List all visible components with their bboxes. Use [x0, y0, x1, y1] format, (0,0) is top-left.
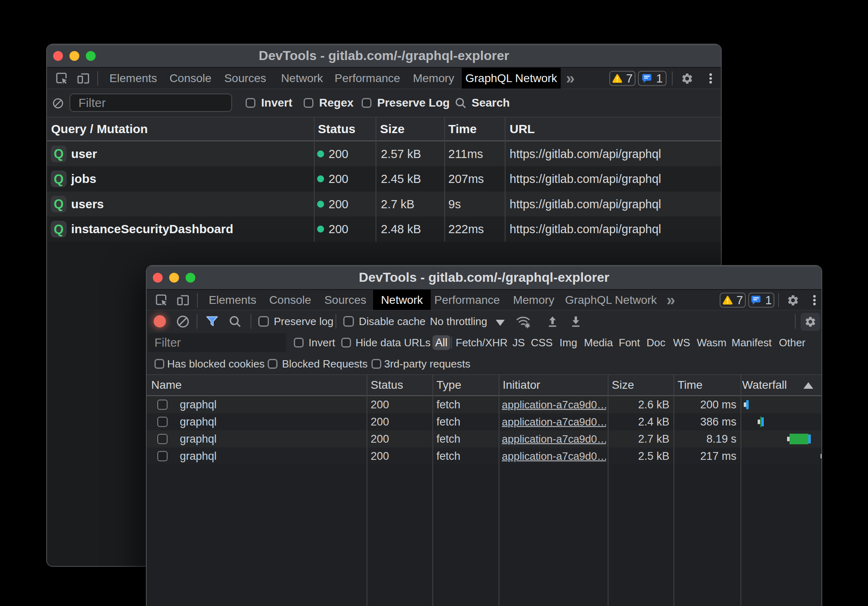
- tab-network[interactable]: Network: [373, 290, 431, 310]
- tab-performance[interactable]: Performance: [325, 68, 409, 89]
- titlebar[interactable]: DevTools - gitlab.com/-/graphql-explorer: [47, 45, 721, 67]
- row-checkbox[interactable]: [157, 417, 168, 427]
- filter-funnel-icon[interactable]: [205, 314, 219, 328]
- message-badge[interactable]: 1: [748, 292, 774, 307]
- invert-checkbox[interactable]: [294, 338, 304, 348]
- tab-performance[interactable]: Performance: [425, 290, 509, 310]
- col-size[interactable]: Size: [612, 379, 634, 392]
- col-query-mutation[interactable]: Query / Mutation: [51, 122, 148, 136]
- tab-elements[interactable]: Elements: [100, 68, 167, 89]
- search-label[interactable]: Search: [472, 96, 510, 109]
- tab-sources[interactable]: Sources: [215, 68, 276, 89]
- row-checkbox[interactable]: [157, 400, 168, 410]
- table-row[interactable]: Q instanceSecurityDashboard 200 2.48 kB …: [47, 216, 721, 242]
- type-filter-other[interactable]: Other: [779, 336, 805, 349]
- col-status[interactable]: Status: [318, 122, 356, 136]
- table-row[interactable]: graphql 200 fetch application-a7ca9d0… 2…: [147, 396, 821, 413]
- has-blocked-cookies-checkbox[interactable]: [154, 359, 164, 369]
- initiator-link[interactable]: application-a7ca9d0…: [502, 399, 606, 411]
- table-row[interactable]: graphql 200 fetch application-a7ca9d0… 2…: [147, 413, 821, 430]
- settings-gear-icon[interactable]: [786, 294, 799, 307]
- tab-memory[interactable]: Memory: [403, 68, 463, 89]
- disable-cache-checkbox[interactable]: [343, 316, 354, 327]
- table-row[interactable]: Q user 200 2.57 kB 211ms https://gitlab.…: [47, 141, 721, 166]
- tab-console[interactable]: Console: [260, 290, 321, 310]
- col-initiator[interactable]: Initiator: [503, 379, 540, 392]
- table-row[interactable]: graphql 200 fetch application-a7ca9d0… 2…: [147, 430, 821, 448]
- col-time[interactable]: Time: [678, 379, 702, 392]
- network-settings-button[interactable]: [801, 313, 820, 331]
- type-filter-ws[interactable]: WS: [673, 336, 690, 349]
- message-badge[interactable]: 1: [638, 71, 667, 86]
- record-button[interactable]: [154, 315, 166, 328]
- tab-graphql-network[interactable]: GraphQL Network: [556, 290, 667, 310]
- tab-elements[interactable]: Elements: [199, 290, 266, 310]
- sort-ascending-icon[interactable]: [803, 381, 814, 390]
- device-toolbar-icon[interactable]: [76, 71, 90, 85]
- col-url[interactable]: URL: [510, 122, 535, 136]
- inspect-icon[interactable]: [54, 71, 69, 85]
- kebab-menu-icon[interactable]: [808, 294, 821, 307]
- search-icon[interactable]: [228, 314, 242, 328]
- kebab-menu-icon[interactable]: [704, 72, 717, 85]
- col-type[interactable]: Type: [436, 379, 461, 392]
- regex-checkbox[interactable]: [304, 98, 313, 108]
- settings-gear-icon[interactable]: [680, 72, 694, 85]
- network-filter-row: Invert Hide data URLs All Fetch/XHR JS C…: [147, 332, 821, 353]
- type-filter-font[interactable]: Font: [619, 336, 640, 349]
- tab-graphql-network[interactable]: GraphQL Network: [462, 68, 561, 89]
- filter-input[interactable]: [69, 94, 232, 112]
- tab-console[interactable]: Console: [160, 68, 221, 89]
- col-time[interactable]: Time: [448, 122, 477, 136]
- titlebar[interactable]: DevTools - gitlab.com/-/graphql-explorer: [147, 266, 821, 289]
- blocked-requests-checkbox[interactable]: [268, 359, 277, 369]
- more-tabs-chevron[interactable]: »: [667, 291, 675, 309]
- table-row[interactable]: Q jobs 200 2.45 kB 207ms https://gitlab.…: [47, 166, 721, 192]
- export-har-icon[interactable]: [569, 314, 583, 328]
- initiator-link[interactable]: application-a7ca9d0…: [502, 433, 606, 446]
- col-status[interactable]: Status: [371, 379, 403, 392]
- type-filter-all[interactable]: All: [432, 335, 450, 350]
- third-party-checkbox[interactable]: [371, 359, 381, 369]
- row-checkbox[interactable]: [157, 451, 168, 461]
- type-filter-doc[interactable]: Doc: [647, 336, 665, 349]
- type-filter-fetch-xhr[interactable]: Fetch/XHR: [456, 336, 508, 349]
- tab-memory[interactable]: Memory: [503, 290, 564, 310]
- hide-data-urls-checkbox[interactable]: [341, 338, 351, 348]
- device-toolbar-icon[interactable]: [175, 292, 190, 307]
- row-checkbox[interactable]: [157, 434, 168, 444]
- search-icon[interactable]: [454, 97, 467, 109]
- invert-checkbox[interactable]: [246, 98, 255, 108]
- type-filter-media[interactable]: Media: [584, 336, 613, 349]
- type-filter-manifest[interactable]: Manifest: [732, 336, 772, 349]
- warning-badge[interactable]: 7: [720, 292, 746, 307]
- col-name[interactable]: Name: [151, 379, 182, 392]
- warning-badge[interactable]: 7: [609, 71, 635, 86]
- tab-sources[interactable]: Sources: [315, 290, 376, 310]
- tab-network[interactable]: Network: [272, 68, 333, 89]
- preserve-log-checkbox[interactable]: [362, 98, 371, 108]
- preserve-log-checkbox[interactable]: [258, 316, 269, 327]
- type-filter-js[interactable]: JS: [512, 336, 525, 349]
- col-size[interactable]: Size: [380, 122, 405, 136]
- type-filter-img[interactable]: Img: [559, 336, 577, 349]
- type-filter-css[interactable]: CSS: [531, 336, 553, 349]
- initiator-link[interactable]: application-a7ca9d0…: [502, 450, 606, 463]
- throttling-dropdown-icon[interactable]: [495, 319, 506, 326]
- type-value: fetch: [436, 416, 461, 428]
- table-row[interactable]: Q users 200 2.7 kB 9s https://gitlab.com…: [47, 192, 721, 216]
- network-conditions-icon[interactable]: [515, 314, 531, 328]
- table-row[interactable]: graphql 200 fetch application-a7ca9d0… 2…: [147, 448, 821, 465]
- initiator-link[interactable]: application-a7ca9d0…: [502, 416, 606, 428]
- clear-icon[interactable]: [176, 314, 190, 328]
- more-tabs-chevron[interactable]: »: [566, 69, 575, 87]
- query-badge: Q: [51, 196, 67, 212]
- status-value: 200: [371, 450, 389, 463]
- inspect-icon[interactable]: [154, 292, 169, 307]
- col-waterfall[interactable]: Waterfall: [742, 379, 787, 392]
- filter-input[interactable]: [148, 333, 286, 352]
- import-har-icon[interactable]: [546, 314, 559, 328]
- clear-icon[interactable]: [52, 97, 64, 109]
- throttling-select[interactable]: No throttling: [430, 315, 487, 328]
- type-filter-wasm[interactable]: Wasm: [697, 336, 727, 349]
